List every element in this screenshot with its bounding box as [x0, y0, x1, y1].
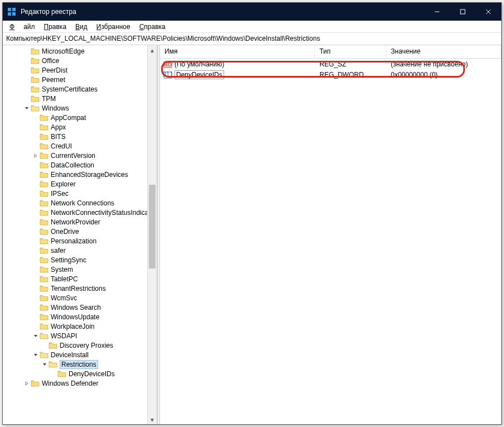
tree-label: SettingSync [51, 256, 86, 264]
tree-node[interactable]: safer [3, 246, 157, 255]
tree-scrollbar[interactable]: ▴ ▾ [147, 45, 157, 424]
value-row[interactable]: ab(По умолчанию)REG_SZ(значение не присв… [160, 59, 501, 69]
value-type: REG_DWORD [315, 71, 386, 79]
tree-label: DeviceInstall [51, 351, 89, 359]
value-row[interactable]: 011DenyDeviceIDsREG_DWORD0x00000000 (0) [160, 69, 501, 80]
svg-text:ab: ab [164, 60, 172, 68]
folder-icon [40, 247, 49, 255]
folder-icon [31, 380, 40, 387]
folder-icon [40, 332, 49, 340]
tree-node[interactable]: BITS [3, 132, 157, 141]
tree-node[interactable]: System [3, 265, 157, 274]
tree-node[interactable]: EnhancedStorageDevices [3, 170, 157, 179]
col-name[interactable]: Имя [160, 45, 315, 58]
tree-label: TabletPC [51, 275, 78, 283]
scroll-down-icon[interactable]: ▾ [148, 415, 157, 424]
folder-icon [31, 66, 40, 74]
menu-view[interactable]: Вид [71, 22, 92, 32]
chevron-icon[interactable] [23, 381, 31, 386]
folder-icon [40, 114, 49, 122]
svg-rect-0 [8, 8, 11, 11]
col-type[interactable]: Тип [315, 45, 386, 58]
tree-node[interactable]: IPSec [3, 189, 157, 198]
menu-favorites[interactable]: Избранное [92, 22, 135, 32]
values-pane[interactable]: Имя Тип Значение ab(По умолчанию)REG_SZ(… [160, 45, 501, 424]
tree-node[interactable]: TabletPC [3, 274, 157, 284]
folder-icon [49, 342, 57, 349]
tree-node[interactable]: WorkplaceJoin [3, 322, 157, 331]
folder-icon [40, 304, 49, 311]
menu-file[interactable]: Файл [5, 22, 40, 32]
tree-node[interactable]: WindowsUpdate [3, 312, 157, 322]
tree-node[interactable]: DenyDeviceIDs [3, 369, 157, 378]
menu-edit[interactable]: Правка [40, 22, 71, 32]
scroll-up-icon[interactable]: ▴ [148, 45, 157, 55]
tree-label: Peernet [42, 76, 65, 84]
folder-icon [40, 256, 49, 264]
folder-icon [40, 161, 49, 169]
menu-bar: Файл Правка Вид Избранное Справка [3, 21, 501, 33]
tree-node[interactable]: Discovery Proxies [3, 340, 157, 350]
minimize-button[interactable] [424, 3, 450, 21]
maximize-button[interactable] [450, 3, 476, 21]
chevron-icon[interactable] [23, 105, 31, 111]
tree-label: CurrentVersion [51, 152, 95, 160]
tree-node[interactable]: SettingSync [3, 255, 157, 265]
chevron-icon[interactable] [32, 153, 40, 159]
window-title: Редактор реестра [21, 8, 424, 16]
tree-node[interactable]: Windows Defender [3, 378, 157, 388]
tree-node[interactable]: TPM [3, 94, 157, 103]
chevron-icon[interactable] [32, 352, 40, 358]
tree-node[interactable]: Restrictions [3, 359, 157, 369]
chevron-icon[interactable] [41, 362, 49, 367]
folder-icon [57, 370, 66, 378]
menu-help[interactable]: Справка [135, 22, 170, 32]
tree-node[interactable]: Windows Search [3, 303, 157, 312]
tree-node[interactable]: WSDAPI [3, 331, 157, 340]
folder-icon [40, 133, 49, 141]
tree-label: NetworkProvider [51, 218, 100, 226]
chevron-icon[interactable] [32, 333, 40, 339]
folder-icon [40, 313, 49, 321]
tree-node[interactable]: MicrosoftEdge [3, 46, 157, 56]
scroll-thumb[interactable] [149, 185, 156, 268]
tree-node[interactable]: NetworkConnectivityStatusIndicator [3, 208, 157, 217]
col-value[interactable]: Значение [386, 45, 501, 58]
tree-node[interactable]: Appx [3, 122, 157, 132]
tree-label: System [51, 266, 73, 274]
tree-node[interactable]: CurrentVersion [3, 151, 157, 160]
tree-label: Appx [51, 123, 66, 131]
tree-node[interactable]: CredUI [3, 141, 157, 151]
tree-pane[interactable]: MicrosoftEdgeOfficePeerDistPeernetSystem… [3, 45, 157, 424]
folder-icon [31, 104, 40, 112]
close-button[interactable] [476, 3, 501, 21]
tree-node[interactable]: WcmSvc [3, 293, 157, 303]
tree-node[interactable]: SystemCertificates [3, 84, 157, 94]
tree-node[interactable]: Explorer [3, 179, 157, 189]
reg-string-icon: ab [163, 60, 172, 69]
folder-icon [40, 142, 49, 150]
folder-icon [40, 294, 49, 302]
folder-icon [40, 351, 49, 359]
tree-node[interactable]: PeerDist [3, 65, 157, 75]
tree-node[interactable]: DataCollection [3, 160, 157, 170]
tree-label: SystemCertificates [42, 85, 98, 93]
tree-node[interactable]: Office [3, 56, 157, 65]
folder-icon [40, 152, 49, 160]
tree-node[interactable]: Network Connections [3, 198, 157, 208]
reg-dword-icon: 011 [163, 70, 172, 79]
tree-node[interactable]: NetworkProvider [3, 217, 157, 227]
tree-node[interactable]: Windows [3, 103, 157, 113]
tree-node[interactable]: DeviceInstall [3, 350, 157, 359]
address-bar[interactable]: Компьютер\HKEY_LOCAL_MACHINE\SOFTWARE\Po… [3, 33, 501, 45]
svg-text:011: 011 [163, 70, 172, 78]
svg-rect-1 [12, 8, 16, 11]
tree-node[interactable]: OneDrive [3, 227, 157, 236]
tree-node[interactable]: Peernet [3, 75, 157, 84]
tree-node[interactable]: TenantRestrictions [3, 284, 157, 293]
tree-node[interactable]: Personalization [3, 236, 157, 246]
tree-node[interactable]: AppCompat [3, 113, 157, 122]
tree-label: DataCollection [51, 161, 94, 169]
titlebar[interactable]: Редактор реестра [3, 3, 501, 21]
svg-rect-3 [12, 12, 16, 16]
